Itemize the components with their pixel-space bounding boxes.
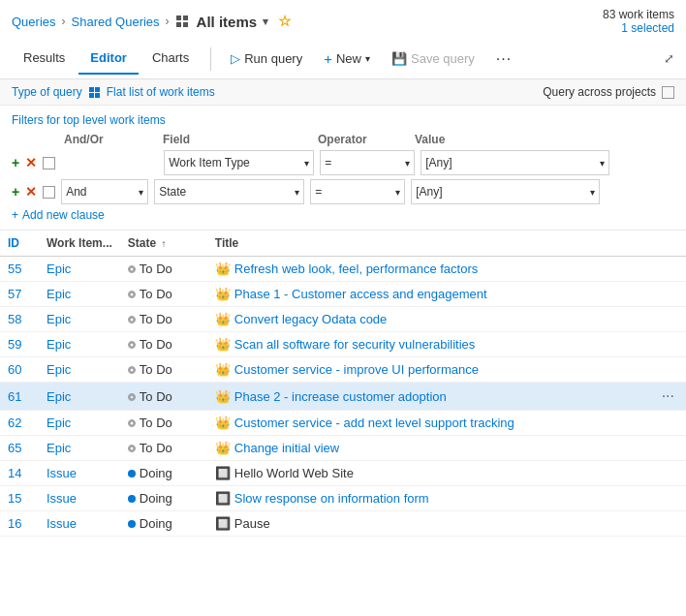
- table-row[interactable]: 61 Epic To Do 👑Phase 2 - increase custom…: [0, 383, 686, 411]
- breadcrumb-shared-queries[interactable]: Shared Queries: [72, 15, 160, 29]
- tab-charts[interactable]: Charts: [140, 43, 201, 75]
- star-icon[interactable]: ☆: [278, 13, 291, 30]
- query-type-value[interactable]: Flat list of work items: [107, 85, 215, 99]
- cell-title[interactable]: 👑Customer service - improve UI performan…: [207, 357, 650, 383]
- filter-remove-btn-2[interactable]: ✕: [25, 184, 37, 200]
- cell-title[interactable]: 👑Customer service - add next level suppo…: [207, 411, 650, 436]
- cell-id[interactable]: 14: [0, 461, 39, 486]
- cell-id[interactable]: 15: [0, 486, 39, 511]
- cell-id[interactable]: 59: [0, 332, 39, 357]
- svg-rect-3: [183, 22, 188, 27]
- chevron-down-icon-new: ▾: [365, 53, 370, 64]
- table-row[interactable]: 15 Issue Doing 🔲Slow response on informa…: [0, 486, 686, 511]
- cell-state: Doing: [120, 461, 207, 486]
- selected-count: 1 selected: [603, 21, 674, 35]
- cell-more[interactable]: ···: [650, 383, 686, 411]
- save-query-button[interactable]: 💾 Save query: [382, 46, 484, 72]
- issue-icon: 🔲: [215, 466, 231, 480]
- table-row[interactable]: 55 Epic To Do 👑Refresh web look, feel, p…: [0, 257, 686, 282]
- cell-title[interactable]: 👑Phase 1 - Customer access and engagemen…: [207, 282, 650, 307]
- epic-icon: 👑: [215, 312, 231, 326]
- row-more-button[interactable]: ···: [658, 387, 678, 404]
- filter-andor-value-2: And: [66, 185, 86, 199]
- query-type-bar: Type of query Flat list of work items Qu…: [0, 79, 686, 106]
- chevron-icon-op-1: ▾: [405, 158, 410, 169]
- filter-andor-select-2[interactable]: And ▾: [61, 179, 148, 204]
- cell-title[interactable]: 👑Phase 2 - increase customer adoption: [207, 383, 650, 411]
- filter-header-field: Field: [163, 133, 318, 146]
- table-row[interactable]: 62 Epic To Do 👑Customer service - add ne…: [0, 411, 686, 436]
- cell-state: Doing: [120, 486, 207, 511]
- col-work-item-type[interactable]: Work Item...: [39, 231, 120, 257]
- col-title[interactable]: Title: [207, 231, 650, 257]
- cell-more: [650, 436, 686, 461]
- col-state[interactable]: State ↑: [120, 231, 207, 257]
- expand-icon[interactable]: ⤢: [664, 51, 674, 66]
- toolbar: Results Editor Charts ▷ Run query + New …: [0, 39, 686, 79]
- save-icon: 💾: [391, 51, 407, 66]
- cell-title[interactable]: 👑Scan all software for security vulnerab…: [207, 332, 650, 357]
- table-row[interactable]: 65 Epic To Do 👑Change initial view: [0, 436, 686, 461]
- tab-results[interactable]: Results: [12, 43, 77, 75]
- cell-title[interactable]: 👑Convert legacy Odata code: [207, 307, 650, 332]
- cell-id[interactable]: 58: [0, 307, 39, 332]
- table-row[interactable]: 16 Issue Doing 🔲Pause: [0, 511, 686, 537]
- chevron-icon-andor-2: ▾: [139, 187, 143, 198]
- cell-type: Epic: [39, 357, 120, 383]
- cell-id[interactable]: 57: [0, 282, 39, 307]
- filter-val-select-2[interactable]: [Any] ▾: [411, 179, 600, 204]
- filter-add-btn-1[interactable]: +: [12, 155, 19, 170]
- state-dot: [128, 265, 136, 273]
- filter-op-select-1[interactable]: = ▾: [320, 150, 415, 175]
- cell-state: To Do: [120, 307, 207, 332]
- filter-field-select-1[interactable]: Work Item Type ▾: [164, 150, 314, 175]
- save-query-label: Save query: [411, 51, 475, 66]
- cell-title[interactable]: 🔲Hello World Web Site: [207, 461, 650, 486]
- filter-header-andor: And/Or: [64, 133, 161, 146]
- filter-remove-btn-1[interactable]: ✕: [25, 155, 37, 170]
- cell-state: Doing: [120, 511, 207, 537]
- tab-editor[interactable]: Editor: [78, 43, 139, 75]
- cell-more: [650, 307, 686, 332]
- col-id[interactable]: ID: [0, 231, 39, 257]
- cell-type: Epic: [39, 332, 120, 357]
- state-dot: [128, 495, 136, 503]
- filter-checkbox-2[interactable]: [43, 186, 55, 199]
- more-options-button[interactable]: ···: [486, 45, 521, 74]
- filter-val-select-1[interactable]: [Any] ▾: [421, 150, 609, 175]
- table-row[interactable]: 57 Epic To Do 👑Phase 1 - Customer access…: [0, 282, 686, 307]
- chevron-icon-val-2: ▾: [590, 187, 595, 198]
- filter-header-operator: Operator: [318, 133, 415, 146]
- filter-field-select-2[interactable]: State ▾: [154, 179, 304, 204]
- filter-op-select-2[interactable]: = ▾: [310, 179, 405, 204]
- table-row[interactable]: 14 Issue Doing 🔲Hello World Web Site: [0, 461, 686, 486]
- cell-id[interactable]: 65: [0, 436, 39, 461]
- table-row[interactable]: 58 Epic To Do 👑Convert legacy Odata code: [0, 307, 686, 332]
- filter-field-value-1: Work Item Type: [169, 156, 250, 169]
- add-clause-btn[interactable]: + Add new clause: [12, 208, 674, 222]
- cell-id[interactable]: 62: [0, 411, 39, 436]
- cell-id[interactable]: 61: [0, 383, 39, 411]
- table-row[interactable]: 60 Epic To Do 👑Customer service - improv…: [0, 357, 686, 383]
- cell-title[interactable]: 🔲Pause: [207, 511, 650, 537]
- filter-add-btn-2[interactable]: +: [12, 184, 19, 200]
- svg-rect-6: [89, 93, 94, 98]
- filter-checkbox-1[interactable]: [43, 157, 55, 169]
- cell-id[interactable]: 55: [0, 257, 39, 282]
- run-query-button[interactable]: ▷ Run query: [221, 46, 312, 72]
- chevron-down-icon[interactable]: ▾: [263, 15, 268, 28]
- cell-id[interactable]: 16: [0, 511, 39, 537]
- state-dot: [128, 520, 136, 528]
- cell-title[interactable]: 👑Change initial view: [207, 436, 650, 461]
- breadcrumb-sep-1: ›: [62, 15, 66, 28]
- svg-rect-0: [176, 15, 181, 20]
- table-row[interactable]: 59 Epic To Do 👑Scan all software for sec…: [0, 332, 686, 357]
- svg-rect-1: [183, 15, 188, 20]
- breadcrumb-queries[interactable]: Queries: [12, 15, 56, 29]
- new-button[interactable]: + New ▾: [314, 45, 380, 73]
- cell-title[interactable]: 🔲Slow response on information form: [207, 486, 650, 511]
- filter-op-value-1: =: [325, 156, 331, 169]
- cell-title[interactable]: 👑Refresh web look, feel, performance fac…: [207, 257, 650, 282]
- query-across-checkbox[interactable]: [662, 86, 674, 99]
- cell-id[interactable]: 60: [0, 357, 39, 383]
